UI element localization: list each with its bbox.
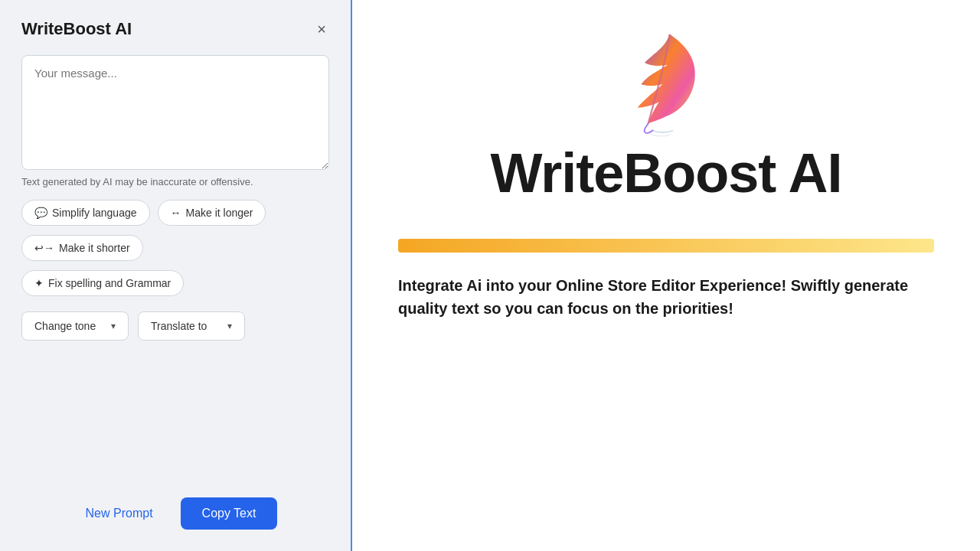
left-panel: WriteBoost AI × Text generated by AI may… — [0, 0, 352, 551]
btn-row-3: ✦ Fix spelling and Grammar — [21, 270, 329, 296]
logo-area: WriteBoost AI — [490, 31, 841, 201]
translate-to-dropdown[interactable]: Translate to ▾ — [138, 311, 245, 341]
simplify-language-button[interactable]: 💬 Simplify language — [21, 200, 150, 226]
arrows-contract-icon: ↩→ — [34, 242, 54, 254]
translate-to-label: Translate to — [151, 320, 207, 332]
arrows-expand-icon: ↔ — [171, 207, 181, 219]
panel-title: WriteBoost AI — [21, 19, 132, 39]
btn-row-2: ↩→ Make it shorter — [21, 235, 329, 261]
message-textarea[interactable] — [21, 55, 329, 170]
shorter-label: Make it shorter — [59, 242, 130, 254]
feather-logo-icon — [620, 31, 712, 138]
sparkle-icon: ✦ — [34, 277, 44, 289]
chevron-down-icon: ▾ — [111, 321, 116, 331]
disclaimer-text: Text generated by AI may be inaccurate o… — [21, 176, 329, 187]
make-longer-button[interactable]: ↔ Make it longer — [158, 200, 266, 226]
chevron-down-icon-2: ▾ — [227, 321, 232, 331]
right-panel: WriteBoost AI Integrate Ai into your Onl… — [352, 0, 980, 551]
gradient-bar — [398, 239, 934, 253]
panel-body: Text generated by AI may be inaccurate o… — [0, 55, 351, 485]
change-tone-dropdown[interactable]: Change tone ▾ — [21, 311, 129, 341]
bottom-actions: New Prompt Copy Text — [0, 485, 351, 551]
btn-row-1: 💬 Simplify language ↔ Make it longer — [21, 200, 329, 226]
make-shorter-button[interactable]: ↩→ Make it shorter — [21, 235, 143, 261]
dropdown-row: Change tone ▾ Translate to ▾ — [21, 311, 329, 341]
longer-label: Make it longer — [186, 207, 253, 219]
fix-spelling-button[interactable]: ✦ Fix spelling and Grammar — [21, 270, 184, 296]
chat-icon: 💬 — [34, 207, 47, 219]
new-prompt-button[interactable]: New Prompt — [74, 499, 165, 528]
action-buttons-group: 💬 Simplify language ↔ Make it longer ↩→ … — [21, 200, 329, 296]
panel-header: WriteBoost AI × — [0, 0, 351, 55]
fix-label: Fix spelling and Grammar — [48, 277, 171, 289]
copy-text-button[interactable]: Copy Text — [181, 497, 278, 530]
brand-title: WriteBoost AI — [490, 145, 841, 201]
close-button[interactable]: × — [314, 18, 329, 40]
tagline-text: Integrate Ai into your Online Store Edit… — [398, 274, 934, 320]
change-tone-label: Change tone — [34, 320, 96, 332]
simplify-label: Simplify language — [52, 207, 137, 219]
